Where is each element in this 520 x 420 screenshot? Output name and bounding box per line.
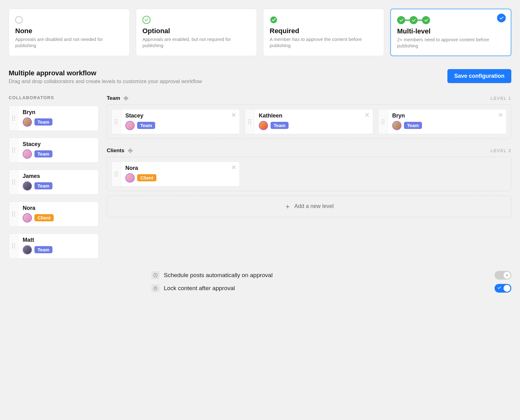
check-outline-icon xyxy=(142,16,150,24)
approval-mode-options: None Approvals are disabled and not need… xyxy=(9,9,511,56)
person-name: Matt xyxy=(23,237,94,243)
collaborators-column: COLLABORATORS BrynTeamStaceyTeamJamesTea… xyxy=(9,95,99,259)
avatar xyxy=(23,245,32,254)
remove-person-button[interactable]: ✕ xyxy=(365,112,370,118)
rename-level-icon[interactable] xyxy=(123,95,129,101)
person-card[interactable]: MattTeam xyxy=(9,233,99,259)
approval-settings: Schedule posts automatically on approval… xyxy=(9,271,511,293)
add-level-label: Add a new level xyxy=(294,203,334,210)
level-number-label: LEVEL 1 xyxy=(491,96,511,101)
save-configuration-button[interactable]: Save configuration xyxy=(447,69,511,83)
section-subtitle: Drag and drop collaborators and create l… xyxy=(9,78,202,85)
role-tag: Team xyxy=(34,118,52,126)
drag-handle-icon[interactable] xyxy=(245,109,254,134)
person-name: Bryn xyxy=(23,109,94,116)
role-tag: Team xyxy=(34,182,52,189)
person-name: Nora xyxy=(125,165,235,171)
option-title: Required xyxy=(270,27,378,35)
toggle-auto-schedule[interactable] xyxy=(495,271,511,280)
avatar xyxy=(23,117,32,127)
drag-handle-icon[interactable] xyxy=(9,202,18,226)
remove-person-button[interactable]: ✕ xyxy=(231,164,236,170)
lock-icon xyxy=(151,284,159,292)
plus-icon: ＋ xyxy=(284,202,291,211)
role-tag: Team xyxy=(34,246,52,253)
approval-level: ClientsLEVEL 2NoraClient✕ xyxy=(107,148,511,191)
person-card[interactable]: StaceyTeam xyxy=(9,138,99,163)
person-card[interactable]: BrynTeam xyxy=(9,106,99,131)
option-title: Optional xyxy=(142,27,250,35)
setting-label: Lock content after approval xyxy=(164,285,235,292)
option-desc: A member has to approve the content befo… xyxy=(270,36,378,49)
setting-auto-schedule: Schedule posts automatically on approval xyxy=(151,271,511,280)
role-tag: Client xyxy=(34,214,54,221)
workflow-section-header: Multiple approval workflow Drag and drop… xyxy=(9,69,511,85)
option-desc: Approvals are enabled, but not required … xyxy=(142,36,250,49)
approval-level: TeamLEVEL 1StaceyTeam✕KathleenTeam✕BrynT… xyxy=(107,95,511,139)
remove-person-button[interactable]: ✕ xyxy=(498,112,503,118)
level-number-label: LEVEL 2 xyxy=(491,148,511,153)
multi-check-chain-icon xyxy=(397,16,430,24)
svg-rect-1 xyxy=(127,97,128,99)
person-card[interactable]: NoraClient xyxy=(9,201,99,227)
drag-handle-icon[interactable] xyxy=(9,170,18,194)
person-card[interactable]: KathleenTeam✕ xyxy=(245,109,373,134)
person-name: James xyxy=(23,173,94,179)
svg-rect-7 xyxy=(154,288,157,290)
level-drop-zone[interactable]: StaceyTeam✕KathleenTeam✕BrynTeam✕ xyxy=(107,104,511,139)
avatar xyxy=(23,181,32,191)
avatar xyxy=(23,149,32,159)
setting-lock-content: Lock content after approval xyxy=(151,284,511,293)
avatar xyxy=(125,121,135,130)
setting-label: Schedule posts automatically on approval xyxy=(164,272,273,279)
avatar xyxy=(259,121,268,130)
role-tag: Team xyxy=(404,122,422,129)
role-tag: Client xyxy=(137,174,156,181)
option-title: None xyxy=(15,27,123,35)
add-level-button[interactable]: ＋ Add a new level xyxy=(107,196,511,217)
collaborators-heading: COLLABORATORS xyxy=(9,95,99,100)
person-card[interactable]: JamesTeam xyxy=(9,170,99,195)
selected-check-icon xyxy=(497,14,506,22)
option-multi-level[interactable]: Multi-level 2+ members need to approve c… xyxy=(390,9,511,56)
section-title: Multiple approval workflow xyxy=(9,69,202,77)
drag-handle-icon[interactable] xyxy=(9,234,18,258)
remove-person-button[interactable]: ✕ xyxy=(231,112,236,118)
check-badge-icon xyxy=(270,16,278,24)
drag-handle-icon[interactable] xyxy=(112,162,121,186)
drag-handle-icon[interactable] xyxy=(379,109,388,134)
option-desc: 2+ members need to approve content befor… xyxy=(397,37,504,49)
level-name: Team xyxy=(107,95,120,101)
drag-handle-icon[interactable] xyxy=(112,109,121,134)
person-card[interactable]: BrynTeam✕ xyxy=(378,109,507,134)
level-name: Clients xyxy=(107,148,124,154)
option-desc: Approvals are disabled and not needed fo… xyxy=(15,36,123,49)
empty-circle-icon xyxy=(15,16,23,24)
levels-column: TeamLEVEL 1StaceyTeam✕KathleenTeam✕BrynT… xyxy=(107,95,511,217)
level-drop-zone[interactable]: NoraClient✕ xyxy=(107,157,511,191)
role-tag: Team xyxy=(137,122,155,129)
toggle-lock-content[interactable] xyxy=(495,284,511,293)
svg-rect-0 xyxy=(124,97,125,99)
avatar xyxy=(23,213,32,223)
option-required[interactable]: Required A member has to approve the con… xyxy=(263,9,384,56)
role-tag: Team xyxy=(34,150,52,157)
option-optional[interactable]: Optional Approvals are enabled, but not … xyxy=(136,9,257,56)
rename-level-icon[interactable] xyxy=(128,148,133,153)
role-tag: Team xyxy=(271,122,289,129)
drag-handle-icon[interactable] xyxy=(9,138,18,162)
avatar xyxy=(125,173,135,183)
person-name: Stacey xyxy=(23,141,94,148)
person-card[interactable]: StaceyTeam✕ xyxy=(111,109,240,134)
clock-icon xyxy=(151,271,159,279)
option-none[interactable]: None Approvals are disabled and not need… xyxy=(9,9,130,56)
svg-rect-3 xyxy=(131,150,132,151)
option-title: Multi-level xyxy=(397,27,504,35)
person-name: Kathleen xyxy=(259,113,369,119)
person-name: Bryn xyxy=(392,113,502,119)
person-name: Stacey xyxy=(125,113,235,119)
person-card[interactable]: NoraClient✕ xyxy=(111,161,240,187)
avatar xyxy=(392,121,401,130)
drag-handle-icon[interactable] xyxy=(9,106,18,130)
person-name: Nora xyxy=(23,205,94,211)
